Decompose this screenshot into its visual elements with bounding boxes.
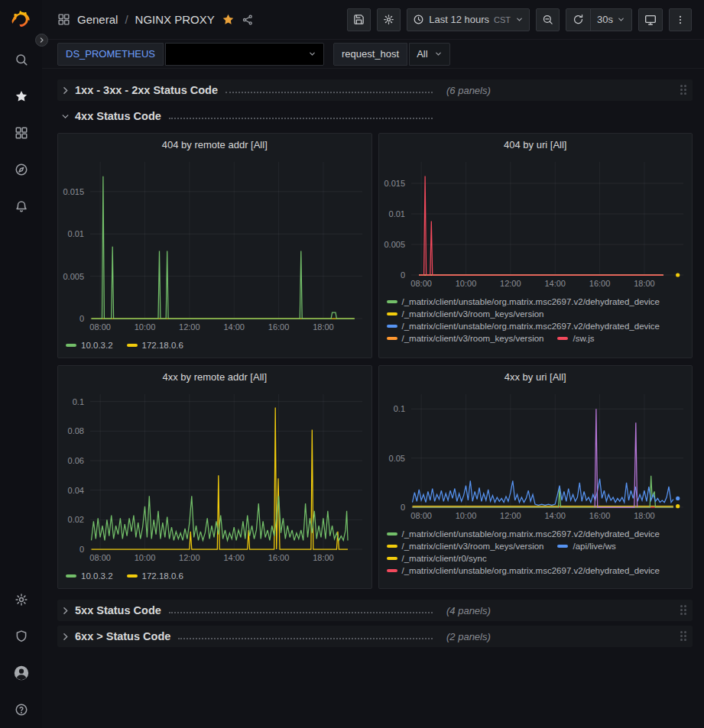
panel-title[interactable]: 404 by remote addr [All] — [64, 139, 365, 150]
svg-text:12:00: 12:00 — [179, 322, 200, 332]
row-1xx-3xx-2xx-status-code[interactable]: 1xx - 3xx - 2xx Status Code (6 panels) — [57, 79, 693, 101]
breadcrumb-title[interactable]: NGINX PROXY — [135, 13, 215, 26]
datasource-variable-label[interactable]: DS_PROMETHEUS — [57, 43, 164, 66]
save-icon — [353, 14, 365, 25]
legend-row: /_matrix/client/unstable/org.matrix.msc2… — [387, 529, 686, 539]
sidebar-item-explore[interactable] — [0, 151, 42, 188]
apps-grid-icon — [57, 13, 70, 26]
dashboard-settings-button[interactable] — [377, 8, 401, 31]
panel-title[interactable]: 404 by uri [All] — [385, 139, 686, 150]
legend-color-marker — [66, 574, 76, 578]
panel-header: 4xx by remote addr [All] — [58, 366, 371, 385]
legend-item[interactable]: /_matrix/client/unstable/org.matrix.msc2… — [387, 297, 660, 306]
panel: 4xx by uri [All] 08:0010:0012:0014:0016:… — [378, 365, 693, 589]
row-dots — [169, 118, 433, 119]
time-range-picker[interactable]: Last 12 hours CST — [407, 8, 530, 31]
sidebar-item-server-admin[interactable] — [0, 618, 42, 655]
panel-chart[interactable]: 08:0010:0012:0014:0016:0018:0000.0050.01… — [379, 153, 693, 290]
sidebar-item-search[interactable] — [0, 41, 42, 78]
kebab-icon — [675, 15, 686, 25]
sidebar-expand-button[interactable] — [35, 34, 48, 47]
timeseries-plot[interactable]: 08:0010:0012:0014:0016:0018:0000.020.040… — [58, 385, 371, 565]
sidebar-item-dashboards[interactable] — [0, 115, 42, 151]
panel-title[interactable]: 4xx by remote addr [All] — [64, 371, 365, 383]
svg-text:0.08: 0.08 — [68, 426, 84, 435]
timeseries-plot[interactable]: 08:0010:0012:0014:0016:0018:0000.0050.01… — [58, 153, 371, 334]
zoom-out-button[interactable] — [536, 8, 560, 31]
refresh-icon — [573, 14, 584, 25]
user-avatar — [13, 665, 30, 681]
row-title: 4xx Status Code — [75, 110, 161, 122]
legend-item[interactable]: /_matrix/client/v3/room_keys/version — [387, 334, 544, 343]
sidebar-item-profile[interactable] — [0, 655, 42, 691]
refresh-control: 30s — [566, 8, 632, 31]
request-host-variable-label[interactable]: request_host — [333, 43, 407, 66]
breadcrumb-separator: / — [125, 13, 128, 26]
legend-label: 172.18.0.6 — [142, 341, 183, 350]
save-dashboard-button[interactable] — [347, 8, 371, 31]
compass-icon — [15, 163, 28, 176]
panel-legend: 10.0.3.2172.18.0.6 — [58, 334, 371, 358]
panel-title[interactable]: 4xx by uri [All] — [385, 371, 686, 383]
request-host-value-text: All — [417, 48, 427, 60]
sidebar-item-configuration[interactable] — [0, 581, 42, 618]
shield-icon — [15, 629, 28, 643]
panels-grid: 404 by remote addr [All] 08:0010:0012:00… — [57, 133, 693, 589]
legend-item[interactable]: /api/live/ws — [557, 542, 615, 551]
row-6xx-status-code[interactable]: 6xx > Status Code (2 panels) — [57, 626, 693, 647]
legend-item[interactable]: /_matrix/client/v3/room_keys/version — [387, 309, 544, 319]
legend-row: /_matrix/client/unstable/org.matrix.msc2… — [387, 297, 686, 306]
row-panel-count: (4 panels) — [446, 605, 491, 616]
legend-item[interactable]: /_matrix/client/unstable/org.matrix.msc2… — [387, 566, 660, 575]
legend-item[interactable]: /_matrix/client/unstable/org.matrix.msc2… — [387, 529, 660, 539]
more-options-button[interactable] — [669, 8, 692, 31]
row-drag-handle[interactable] — [680, 85, 688, 96]
request-host-variable-value[interactable]: All — [409, 43, 449, 66]
legend-item[interactable]: 172.18.0.6 — [127, 341, 183, 350]
grafana-app: General / NGINX PROXY L — [0, 0, 704, 728]
row-drag-handle[interactable] — [680, 605, 688, 616]
row-dots — [169, 612, 433, 613]
legend-item[interactable]: /_matrix/client/unstable/org.matrix.msc2… — [387, 322, 660, 331]
timeseries-plot[interactable]: 08:0010:0012:0014:0016:0018:0000.050.1 — [379, 385, 693, 523]
sidebar-item-help[interactable] — [0, 691, 42, 728]
legend-item[interactable]: 10.0.3.2 — [66, 341, 113, 350]
legend-item[interactable]: /_matrix/client/r0/sync — [387, 554, 487, 563]
panel-chart[interactable]: 08:0010:0012:0014:0016:0018:0000.050.1 — [379, 385, 693, 523]
legend-item[interactable]: 172.18.0.6 — [127, 571, 183, 581]
svg-text:08:00: 08:00 — [410, 279, 432, 288]
row-4xx-status-code[interactable]: 4xx Status Code — [57, 105, 693, 127]
legend-item[interactable]: 10.0.3.2 — [66, 571, 113, 581]
svg-text:18:00: 18:00 — [634, 511, 655, 520]
breadcrumb-section[interactable]: General — [77, 13, 118, 26]
row-5xx-status-code[interactable]: 5xx Status Code (4 panels) — [57, 600, 693, 621]
svg-text:10:00: 10:00 — [135, 322, 156, 332]
panel-header: 404 by uri [All] — [379, 134, 693, 153]
favorite-star-icon[interactable] — [222, 13, 235, 26]
datasource-variable-value[interactable] — [165, 43, 324, 66]
row-title: 5xx Status Code — [75, 604, 161, 616]
svg-text:14:00: 14:00 — [544, 279, 566, 288]
panel-chart[interactable]: 08:0010:0012:0014:0016:0018:0000.0050.01… — [58, 153, 371, 334]
legend-row: /_matrix/client/unstable/org.matrix.msc2… — [387, 566, 686, 575]
svg-text:10:00: 10:00 — [455, 511, 476, 520]
cycle-view-button[interactable] — [638, 8, 663, 31]
timeseries-plot[interactable]: 08:0010:0012:0014:0016:0018:0000.0050.01… — [379, 153, 693, 290]
legend-label: /_matrix/client/v3/room_keys/version — [402, 334, 544, 343]
sidebar-item-alerting[interactable] — [0, 188, 42, 225]
grafana-logo[interactable] — [0, 0, 42, 41]
svg-text:0.01: 0.01 — [388, 209, 404, 218]
svg-text:16:00: 16:00 — [268, 553, 290, 562]
panel-chart[interactable]: 08:0010:0012:0014:0016:0018:0000.020.040… — [58, 385, 371, 565]
legend-item[interactable]: /sw.js — [557, 334, 594, 343]
legend-label: /_matrix/client/unstable/org.matrix.msc2… — [402, 566, 660, 575]
gear-icon — [15, 593, 28, 607]
sidebar-item-starred[interactable] — [0, 78, 42, 115]
row-drag-handle[interactable] — [680, 631, 688, 642]
chevron-right-icon — [38, 37, 45, 44]
refresh-interval-picker[interactable]: 30s — [590, 9, 631, 31]
legend-color-marker — [387, 337, 397, 340]
refresh-button[interactable] — [566, 9, 590, 31]
share-icon[interactable] — [242, 14, 254, 26]
legend-item[interactable]: /_matrix/client/v3/room_keys/version — [387, 542, 544, 551]
